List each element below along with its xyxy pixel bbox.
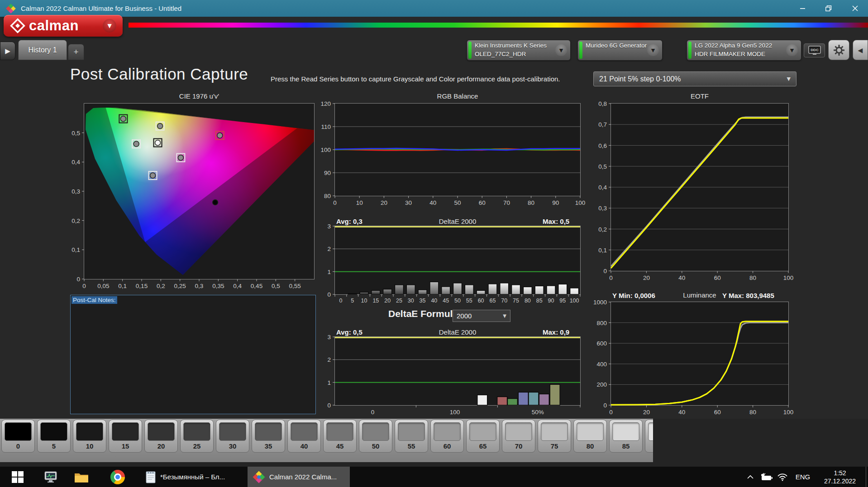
- pattern-step-80[interactable]: 80: [573, 420, 607, 453]
- tick-label: 2: [327, 246, 331, 252]
- tick-label: 35: [420, 298, 426, 304]
- tab-history-1[interactable]: History 1: [18, 40, 67, 60]
- tick-label: 0: [333, 199, 337, 206]
- pattern-step-label: 55: [395, 442, 428, 450]
- language-indicator[interactable]: ENG: [793, 467, 813, 487]
- file-explorer-taskbar-button[interactable]: [72, 467, 91, 487]
- eotf-chart: 0,80,70,60,50,40,30,20,10020406080100: [610, 103, 789, 271]
- pattern-preset-dropdown[interactable]: 21 Point 5% step 0-100% ▼: [593, 71, 796, 86]
- pattern-step-35[interactable]: 35: [252, 420, 285, 453]
- add-tab-button[interactable]: +: [68, 44, 84, 60]
- post-cal-notes-label: Post-Cal Notes:: [72, 296, 117, 304]
- tick-label: 0,8: [598, 100, 607, 107]
- tick-label: 30: [405, 199, 412, 206]
- pattern-step-90[interactable]: 90: [645, 420, 653, 453]
- tick-label: 600: [596, 340, 607, 347]
- tick-label: 0,2: [157, 283, 165, 289]
- cie-chart-title: CIE 1976 u'v': [84, 92, 315, 100]
- pattern-step-50[interactable]: 50: [359, 420, 392, 453]
- workflow-nav-button[interactable]: ▶: [0, 42, 15, 60]
- calman-logo-icon: [5, 3, 16, 14]
- wifi-tray-button[interactable]: [776, 467, 789, 487]
- tick-label: 100: [570, 298, 579, 304]
- pattern-swatch: [255, 422, 282, 441]
- settings-button[interactable]: [828, 40, 849, 60]
- tick-label: 40: [429, 199, 436, 206]
- calman-menu-button[interactable]: calman ▼: [4, 15, 123, 37]
- battery-tray-button[interactable]: [759, 467, 774, 487]
- rgb-balance-chart: 12011010090800102030405060708090100: [334, 103, 581, 196]
- deltae-grayscale-max: Max: 0,5: [543, 217, 569, 225]
- pattern-step-30[interactable]: 30: [216, 420, 249, 453]
- ddc-button[interactable]: DDC: [804, 43, 825, 57]
- minimize-button[interactable]: [789, 0, 816, 17]
- tick-label: 20: [643, 409, 650, 416]
- post-cal-notes-box[interactable]: Post-Cal Notes:: [70, 295, 316, 414]
- chevron-left-icon: ◀: [858, 47, 863, 54]
- title-bar: Calman 2022 Calman Ultimate for Business…: [0, 0, 868, 17]
- calman-taskbar-button[interactable]: Calman 2022 Calma...: [248, 467, 350, 487]
- chevron-down-icon[interactable]: ▼: [647, 44, 659, 56]
- deltae-formula-value: 2000: [457, 312, 472, 320]
- minimize-icon: [800, 8, 805, 9]
- pattern-step-45[interactable]: 45: [323, 420, 357, 453]
- pattern-swatch: [183, 422, 210, 441]
- tray-overflow-button[interactable]: [745, 467, 756, 487]
- tick-label: 80: [528, 199, 534, 206]
- tick-label: 40: [678, 409, 685, 416]
- pattern-step-60[interactable]: 60: [430, 420, 464, 453]
- date-text: 27.12.2022: [824, 477, 856, 485]
- tick-label: 65: [489, 298, 496, 304]
- collapse-panel-button[interactable]: ◀: [853, 40, 868, 60]
- clock[interactable]: 1:52 27.12.2022: [817, 467, 863, 487]
- pattern-swatch: [541, 422, 568, 441]
- meter-dropdown[interactable]: Klein Instruments K Series OLED_77C2_HDR…: [467, 40, 571, 61]
- show-desktop-button[interactable]: [866, 467, 868, 487]
- tick-label: 0: [603, 402, 607, 409]
- chevron-down-icon[interactable]: ▼: [103, 19, 116, 33]
- pattern-step-70[interactable]: 70: [502, 420, 535, 453]
- display-dropdown[interactable]: LG 2022 Alpha 9 Gen5 2022 HDR FILMMAKER …: [687, 40, 801, 61]
- tick-label: 45: [443, 298, 449, 304]
- pattern-step-15[interactable]: 15: [109, 420, 142, 453]
- maximize-button[interactable]: [816, 0, 842, 17]
- pattern-step-40[interactable]: 40: [287, 420, 321, 453]
- notepad-taskbar-button[interactable]: *Безымянный – Бл...: [140, 467, 229, 487]
- tick-label: 0,15: [136, 283, 148, 289]
- pattern-step-55[interactable]: 55: [395, 420, 428, 453]
- pattern-step-label: 0: [2, 442, 34, 450]
- start-button[interactable]: [9, 467, 26, 487]
- pattern-step-5[interactable]: 5: [37, 420, 71, 453]
- chevron-down-icon[interactable]: ▼: [786, 44, 798, 56]
- tick-label: 20: [643, 274, 650, 281]
- task-manager-taskbar-button[interactable]: [42, 467, 60, 487]
- tick-label: 800: [596, 319, 607, 326]
- tick-label: 1: [327, 268, 331, 275]
- pattern-step-0[interactable]: 0: [1, 420, 35, 453]
- tick-label: 0: [327, 291, 331, 298]
- deltae-formula-select[interactable]: 2000 ▼: [453, 310, 510, 322]
- pattern-step-65[interactable]: 65: [466, 420, 500, 453]
- tick-label: 100: [450, 409, 460, 416]
- tick-label: 80: [749, 274, 756, 281]
- pattern-step-10[interactable]: 10: [73, 420, 106, 453]
- pattern-step-20[interactable]: 20: [144, 420, 178, 453]
- pattern-step-label: 25: [181, 442, 213, 450]
- pattern-step-label: 35: [252, 442, 285, 450]
- source-dropdown[interactable]: Murideo 6G Generator ▼: [577, 40, 663, 61]
- pattern-step-75[interactable]: 75: [538, 420, 571, 453]
- tick-label: 90: [548, 298, 554, 304]
- tick-label: 2: [327, 356, 331, 363]
- deltae-formula-label: DeltaE Formula: [388, 308, 458, 319]
- tick-label: 10: [361, 298, 367, 304]
- pattern-step-label: 50: [359, 442, 392, 450]
- pattern-swatch: [219, 422, 246, 441]
- tick-label: 80: [324, 193, 331, 199]
- tick-label: 0,4: [233, 283, 242, 289]
- pattern-step-25[interactable]: 25: [180, 420, 214, 453]
- pattern-step-85[interactable]: 85: [609, 420, 643, 453]
- deltae-color-chart: 010050%3210: [334, 336, 581, 406]
- chevron-down-icon[interactable]: ▼: [555, 44, 567, 56]
- close-button[interactable]: [842, 0, 868, 17]
- chrome-taskbar-button[interactable]: [109, 467, 127, 487]
